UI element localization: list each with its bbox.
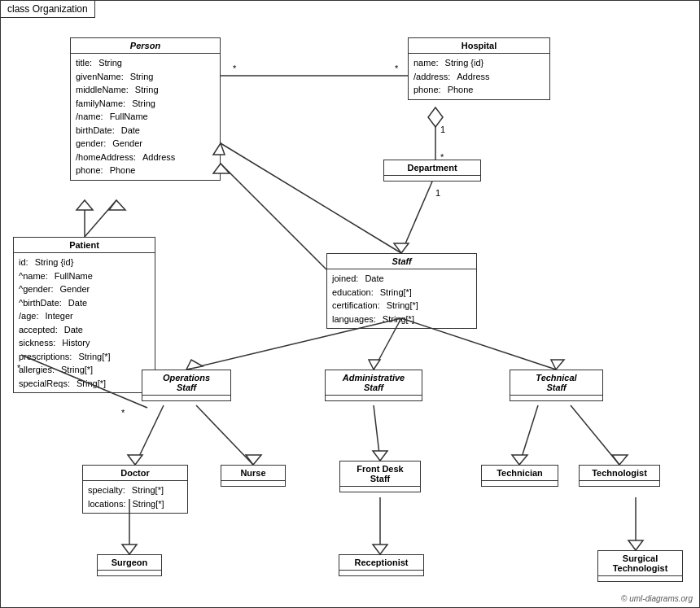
- technologist-body: [580, 481, 659, 486]
- patient-header: Patient: [14, 238, 155, 253]
- patient-ops-star: *: [121, 408, 125, 418]
- surgical-technologist-header: Surgical Technologist: [598, 551, 682, 576]
- svg-marker-22: [246, 455, 261, 465]
- administrative-staff-header: Administrative Staff: [326, 370, 422, 396]
- technician-class: Technician: [481, 465, 558, 487]
- nurse-header: Nurse: [221, 466, 285, 481]
- svg-marker-28: [612, 455, 628, 465]
- patient-class: Patient id:String {id} ^name:FullName ^g…: [13, 237, 155, 393]
- diagram-title: class Organization: [1, 1, 95, 18]
- hospital-header: Hospital: [409, 38, 549, 54]
- technical-staff-header: Technical Staff: [510, 370, 602, 396]
- staff-body: joined:Date education:String[*] certific…: [327, 269, 476, 328]
- svg-line-10: [221, 164, 326, 269]
- doctor-body: specialty:String[*] locations:String[*]: [83, 481, 187, 513]
- operations-staff-class: Operations Staff: [142, 370, 231, 401]
- receptionist-body: [339, 571, 423, 575]
- surgical-technologist-class: Surgical Technologist: [597, 550, 683, 582]
- svg-line-25: [519, 405, 538, 465]
- front-desk-staff-class: Front Desk Staff: [339, 461, 421, 492]
- technician-header: Technician: [482, 466, 558, 481]
- person-header: Person: [71, 38, 220, 54]
- department-class: Department: [383, 160, 481, 182]
- hospital-body: name:String {id} /address:Address phone:…: [409, 54, 549, 99]
- diagram-container: class Organization Person title:String g…: [0, 0, 700, 608]
- svg-marker-20: [128, 455, 142, 465]
- department-body: [384, 176, 480, 181]
- technician-body: [482, 481, 558, 486]
- surgeon-class: Surgeon: [97, 554, 162, 576]
- svg-line-35: [85, 200, 116, 237]
- person-hospital-star-left: *: [233, 63, 237, 73]
- svg-line-21: [196, 405, 253, 465]
- surgeon-header: Surgeon: [98, 555, 161, 571]
- operations-staff-header: Operations Staff: [142, 370, 230, 396]
- technical-staff-body: [510, 396, 602, 400]
- svg-marker-14: [186, 360, 203, 370]
- dept-staff-star: *: [396, 241, 400, 251]
- patient-body: id:String {id} ^name:FullName ^gender:Ge…: [14, 253, 155, 392]
- department-header: Department: [384, 160, 480, 176]
- nurse-class: Nurse: [221, 465, 286, 487]
- administrative-staff-body: [326, 396, 422, 400]
- svg-marker-26: [512, 455, 527, 465]
- doctor-class: Doctor specialty:String[*] locations:Str…: [82, 465, 188, 514]
- technical-staff-class: Technical Staff: [510, 370, 603, 401]
- technologist-class: Technologist: [579, 465, 660, 487]
- svg-line-23: [374, 405, 380, 461]
- receptionist-class: Receptionist: [339, 554, 424, 576]
- technologist-header: Technologist: [580, 466, 659, 481]
- copyright: © uml-diagrams.org: [621, 594, 693, 603]
- administrative-staff-class: Administrative Staff: [325, 370, 422, 401]
- svg-marker-16: [369, 360, 380, 370]
- front-desk-staff-header: Front Desk Staff: [340, 461, 420, 487]
- svg-line-37: [221, 143, 401, 253]
- person-body: title:String givenName:String middleName…: [71, 54, 220, 180]
- svg-marker-9: [77, 200, 93, 210]
- hospital-dept-one: 1: [440, 125, 445, 134]
- person-hospital-star-right: *: [395, 63, 399, 73]
- dept-staff-one: 1: [435, 188, 440, 198]
- svg-marker-7: [394, 243, 409, 253]
- svg-marker-34: [628, 540, 643, 550]
- svg-marker-32: [373, 545, 387, 554]
- svg-line-6: [401, 182, 432, 253]
- staff-class: Staff joined:Date education:String[*] ce…: [326, 253, 477, 329]
- surgeon-body: [98, 571, 161, 575]
- person-class: Person title:String givenName:String mid…: [70, 37, 221, 181]
- svg-line-27: [571, 405, 619, 465]
- nurse-body: [221, 481, 285, 486]
- staff-header: Staff: [327, 254, 476, 269]
- svg-marker-24: [373, 451, 387, 461]
- svg-marker-36: [109, 200, 125, 210]
- hospital-class: Hospital name:String {id} /address:Addre…: [408, 37, 550, 100]
- front-desk-staff-body: [340, 487, 420, 492]
- svg-marker-5: [428, 107, 443, 127]
- svg-line-19: [135, 405, 164, 465]
- doctor-header: Doctor: [83, 466, 187, 481]
- surgical-technologist-body: [598, 576, 682, 581]
- receptionist-header: Receptionist: [339, 555, 423, 571]
- svg-marker-30: [122, 545, 137, 554]
- operations-staff-body: [142, 396, 230, 400]
- svg-marker-18: [551, 360, 564, 370]
